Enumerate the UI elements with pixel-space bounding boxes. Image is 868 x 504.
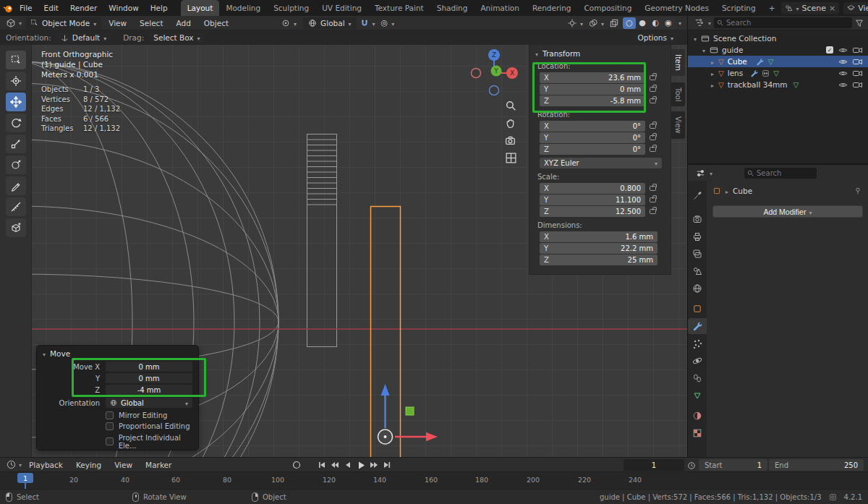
chevron-down-icon[interactable] [708, 18, 711, 27]
add-modifier-button[interactable]: Add Modifier [712, 205, 863, 218]
blender-logo-icon[interactable] [3, 2, 14, 14]
checkbox[interactable] [106, 422, 114, 430]
tool-rotate[interactable] [6, 114, 26, 132]
show-gizmo-toggle[interactable] [566, 17, 585, 29]
expand-icon[interactable] [711, 80, 714, 89]
workspace-tab-geometry-nodes[interactable]: Geometry Nodes [638, 0, 715, 16]
viewport-menu-select[interactable]: Select [134, 19, 169, 27]
shading-options-chevron-icon[interactable] [678, 18, 681, 27]
drag-mode-dropdown[interactable]: Select Box [148, 32, 205, 43]
hide-eye-icon[interactable] [838, 70, 848, 77]
transform-orientation-dropdown[interactable]: Global [303, 17, 357, 29]
properties-tab-view-layer[interactable] [688, 246, 707, 262]
checkbox[interactable] [106, 437, 114, 445]
npanel-tab-tool[interactable]: Tool [671, 82, 685, 106]
viewlayer-selector[interactable]: ViewLayer [843, 2, 868, 14]
pan-hand-button[interactable] [505, 117, 517, 129]
timeline-ruler[interactable]: 20 40 60 80 100 120 140 160 180 200 220 … [0, 471, 868, 489]
overlays-toggle[interactable] [587, 17, 606, 29]
zoom-button[interactable] [505, 100, 517, 112]
workspace-tab-scripting[interactable]: Scripting [715, 0, 762, 16]
timeline-menu-keying[interactable]: Keying [70, 461, 107, 469]
expand-icon[interactable] [711, 57, 714, 66]
nav-minus-x-ball[interactable] [472, 69, 481, 78]
move-gizmo[interactable] [378, 384, 438, 444]
current-frame-indicator[interactable]: 1 [17, 473, 33, 483]
workspace-tab-uv-editing[interactable]: UV Editing [315, 0, 368, 16]
lock-icon[interactable] [650, 197, 656, 202]
tool-scale[interactable] [6, 134, 26, 153]
pivot-point-dropdown[interactable] [276, 17, 302, 29]
render-camera-icon[interactable] [853, 59, 862, 65]
location-x-field[interactable]: X23.6 mm [540, 72, 645, 83]
tool-transform[interactable] [6, 155, 26, 174]
use-preview-range-icon[interactable] [686, 460, 697, 471]
viewport-menu-add[interactable]: Add [171, 19, 197, 27]
camera-view-button[interactable] [505, 134, 517, 147]
collapse-panel-icon[interactable] [43, 349, 46, 358]
tool-measure[interactable] [6, 197, 26, 216]
timeline-menu-view[interactable]: View [109, 461, 138, 469]
viewport-menu-view[interactable]: View [103, 19, 132, 27]
viewport-3d[interactable]: Z X Y Front Orthograph​ic (1) guide | Cu… [0, 45, 687, 457]
filter-icon[interactable] [855, 19, 864, 27]
move-z-field[interactable]: -4 mm [106, 385, 192, 395]
lock-icon[interactable] [650, 135, 656, 140]
unlink-scene-icon[interactable] [829, 4, 835, 12]
barrel-mesh[interactable] [307, 134, 337, 347]
frame-start-field[interactable]: Start 1 [699, 459, 767, 471]
rotation-mode-dropdown[interactable]: XYZ Euler [540, 158, 662, 168]
move-x-field[interactable]: 0 mm [106, 362, 192, 372]
outliner-row-lens[interactable]: lens [688, 67, 868, 79]
xray-toggle[interactable] [608, 17, 621, 29]
pin-icon[interactable] [854, 187, 862, 195]
tool-cursor[interactable] [6, 72, 26, 90]
tool-add-cube[interactable] [6, 218, 26, 237]
workspace-tab-texture-paint[interactable]: Texture Paint [368, 0, 430, 16]
npanel-tab-item[interactable]: Item [671, 49, 685, 76]
lock-icon[interactable] [650, 209, 656, 214]
properties-tab-object[interactable] [688, 301, 707, 317]
properties-tab-physics[interactable] [688, 353, 707, 369]
properties-tab-world[interactable] [688, 281, 707, 296]
render-camera-icon[interactable] [853, 70, 862, 77]
gizmo-x-arrowhead[interactable] [426, 432, 438, 441]
scale-z-field[interactable]: Z12.500 [540, 206, 645, 217]
frame-end-field[interactable]: End 250 [769, 459, 864, 471]
snap-toggle[interactable] [358, 17, 378, 29]
shading-rendered-button[interactable] [662, 17, 675, 29]
properties-tab-output[interactable] [688, 228, 707, 244]
auto-keying-button[interactable] [291, 459, 302, 471]
workspace-tab-animation[interactable]: Animation [474, 0, 526, 16]
expand-icon[interactable] [702, 46, 705, 54]
location-y-field[interactable]: Y0 mm [540, 84, 645, 95]
render-camera-icon[interactable] [853, 82, 862, 88]
toggle-ortho-button[interactable] [505, 152, 517, 164]
tool-select-box[interactable] [6, 51, 26, 69]
proportional-editing-option[interactable]: Proportional Editing [106, 422, 198, 430]
outliner-row-scene-collection[interactable]: Scene Collection [688, 33, 868, 44]
dimension-y-field[interactable]: Y22.2 mm [540, 243, 658, 254]
orientation-default-dropdown[interactable]: Default [56, 32, 111, 43]
timeline-menu-marker[interactable]: Marker [140, 461, 177, 469]
shading-material-button[interactable] [649, 17, 662, 29]
properties-tab-modifiers[interactable] [688, 318, 707, 334]
properties-tab-texture[interactable] [688, 425, 707, 441]
npanel-tab-view[interactable]: View [671, 111, 685, 139]
lock-icon[interactable] [650, 124, 656, 129]
editor-type-viewport-icon[interactable] [4, 17, 17, 29]
shading-solid-button[interactable] [636, 17, 649, 29]
current-frame-field[interactable]: 1 [624, 459, 684, 471]
menu-edit[interactable]: Edit [38, 0, 64, 16]
outliner-row-trackball[interactable]: trackball 34mm [688, 79, 868, 90]
viewport-menu-object[interactable]: Object [198, 19, 234, 27]
gizmo-z-arrowhead[interactable] [381, 384, 390, 396]
outliner-row-guide-collection[interactable]: guide [688, 44, 868, 56]
expand-icon[interactable] [694, 34, 697, 43]
properties-search-input[interactable] [744, 168, 817, 179]
workspace-tab-modeling[interactable]: Modeling [219, 0, 267, 16]
workspace-tab-rendering[interactable]: Rendering [526, 0, 578, 16]
properties-tab-scene[interactable] [688, 263, 707, 279]
nav-minus-z-ball[interactable] [490, 86, 499, 95]
location-z-field[interactable]: Z-5.8 mm [540, 95, 645, 106]
